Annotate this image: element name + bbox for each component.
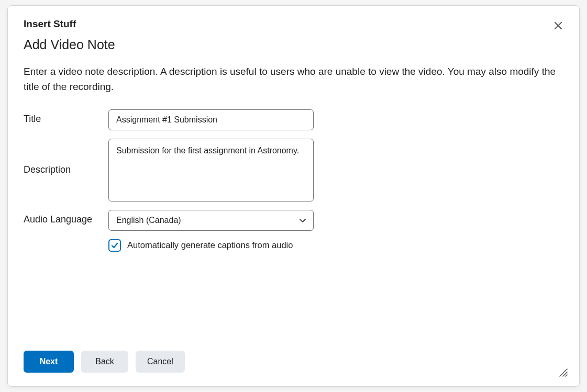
close-icon xyxy=(554,21,562,30)
audio-language-select[interactable]: English (Canada) xyxy=(108,210,314,231)
title-row: Title xyxy=(24,109,563,130)
check-icon xyxy=(111,242,118,249)
title-input[interactable] xyxy=(108,109,314,130)
captions-checkbox-label: Automatically generate captions from aud… xyxy=(127,240,293,250)
next-button[interactable]: Next xyxy=(24,351,74,373)
insert-stuff-modal: Insert Stuff Add Video Note Enter a vide… xyxy=(7,5,580,387)
audio-language-label: Audio Language xyxy=(24,210,108,225)
description-input[interactable]: Submission for the first assignment in A… xyxy=(108,139,314,201)
close-button[interactable] xyxy=(549,16,568,35)
modal-header: Insert Stuff Add Video Note xyxy=(8,6,579,64)
audio-language-row: Audio Language English (Canada) xyxy=(24,210,563,231)
resize-handle-icon[interactable] xyxy=(558,367,568,377)
modal-body: Enter a video note description. A descri… xyxy=(8,64,579,340)
captions-checkbox[interactable] xyxy=(108,239,121,252)
description-row: Description Submission for the first ass… xyxy=(24,139,563,201)
title-label: Title xyxy=(24,109,108,125)
modal-footer: Next Back Cancel xyxy=(8,340,579,386)
intro-text: Enter a video note description. A descri… xyxy=(24,64,563,95)
page-title: Add Video Note xyxy=(24,37,563,52)
description-label: Description xyxy=(24,164,108,175)
cancel-button[interactable]: Cancel xyxy=(136,351,185,373)
back-button[interactable]: Back xyxy=(81,351,128,373)
captions-checkbox-row: Automatically generate captions from aud… xyxy=(108,239,563,252)
modal-super-title: Insert Stuff xyxy=(24,18,563,30)
audio-language-select-wrap: English (Canada) xyxy=(108,210,314,231)
